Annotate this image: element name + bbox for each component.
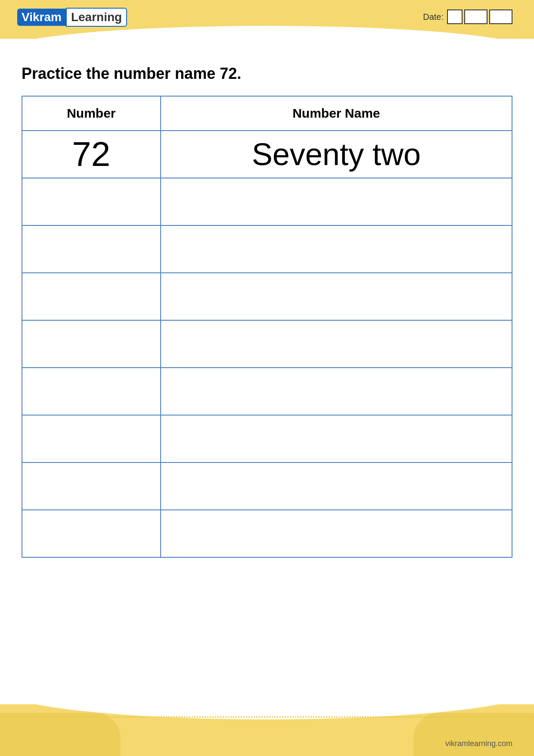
table-row (22, 462, 512, 510)
col-number-header: Number (22, 96, 161, 131)
practice-table: Number Number Name 72 Seventy two (22, 96, 512, 558)
table-row (22, 368, 512, 415)
number-name-cell-empty[interactable] (161, 320, 512, 368)
number-name-cell-empty[interactable] (161, 415, 512, 462)
number-cell-empty[interactable] (22, 415, 161, 462)
wave-left-decoration (0, 713, 121, 756)
top-banner: Vikram Learning Date: (0, 0, 534, 39)
date-container: Date: (423, 9, 512, 24)
date-box-month[interactable] (464, 9, 487, 24)
wave-right-decoration (413, 713, 534, 756)
number-cell-empty[interactable] (22, 510, 161, 557)
logo-container: Vikram Learning (17, 8, 127, 27)
page-heading: Practice the number name 72. (22, 65, 512, 83)
number-name-cell-empty[interactable] (161, 273, 512, 320)
number-cell-empty[interactable] (22, 273, 161, 320)
date-boxes (447, 9, 512, 24)
number-cell: 72 (22, 131, 161, 178)
table-row (22, 225, 512, 273)
number-name-cell-empty[interactable] (161, 368, 512, 415)
number-name-cell-empty[interactable] (161, 178, 512, 225)
main-content: Practice the number name 72. Number Numb… (0, 39, 534, 575)
date-box-year[interactable] (489, 9, 512, 24)
table-row (22, 178, 512, 225)
table-row-first: 72 Seventy two (22, 131, 512, 178)
logo-vikram: Vikram (17, 9, 66, 26)
footer-website: vikramlearning.com (445, 739, 512, 748)
number-cell-empty[interactable] (22, 225, 161, 273)
number-name-cell-empty[interactable] (161, 510, 512, 557)
number-name-cell-empty[interactable] (161, 225, 512, 273)
number-cell-empty[interactable] (22, 178, 161, 225)
table-row (22, 273, 512, 320)
table-row (22, 320, 512, 368)
number-name-cell-empty[interactable] (161, 462, 512, 510)
number-cell-empty[interactable] (22, 462, 161, 510)
number-name-cell: Seventy two (161, 131, 512, 178)
bottom-banner: vikramlearning.com (0, 704, 534, 756)
table-row (22, 415, 512, 462)
date-label: Date: (423, 12, 444, 22)
logo-learning: Learning (66, 8, 127, 27)
number-cell-empty[interactable] (22, 368, 161, 415)
date-box-day[interactable] (447, 9, 463, 24)
table-header-row: Number Number Name (22, 96, 512, 131)
number-cell-empty[interactable] (22, 320, 161, 368)
table-row (22, 510, 512, 557)
col-name-header: Number Name (161, 96, 512, 131)
